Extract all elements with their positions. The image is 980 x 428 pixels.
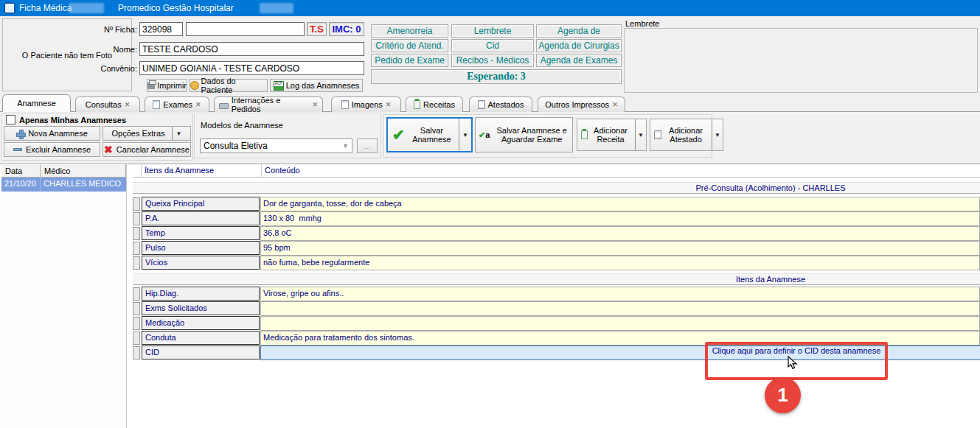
certificate-icon bbox=[654, 130, 661, 139]
anamnese-items-table: Ítens da Anamnese Conteúdo Pré-Consulta … bbox=[133, 164, 980, 428]
item-label: Conduta bbox=[142, 331, 260, 345]
item-label: P.A. bbox=[142, 211, 260, 225]
item-value[interactable]: não fuma, bebe regularmente bbox=[260, 256, 980, 270]
print-button[interactable]: Imprimir bbox=[147, 79, 187, 92]
quick-button-agenda-exames[interactable]: Agenda de Exames bbox=[536, 54, 622, 67]
item-value[interactable]: Dor de garganta, tosse, dor de cabeça bbox=[260, 197, 980, 211]
item-label: Pulso bbox=[142, 241, 260, 255]
reminder-label: Lembrete bbox=[625, 19, 659, 28]
item-value[interactable]: 36,8 oC bbox=[260, 226, 980, 241]
certificate-icon bbox=[478, 100, 485, 109]
row-indicator bbox=[133, 197, 140, 211]
record-number-input[interactable] bbox=[139, 22, 183, 36]
quick-button-amenorreia[interactable]: Amenorreia bbox=[371, 24, 448, 38]
row-indicator bbox=[133, 256, 140, 270]
tab-anamnese[interactable]: Anamnese bbox=[2, 94, 71, 112]
close-tab-icon[interactable]: ✕ bbox=[612, 101, 618, 108]
printer-icon bbox=[147, 83, 155, 89]
column-header-conteudo[interactable]: Conteúdo bbox=[262, 164, 980, 177]
item-label: Queixa Principal bbox=[142, 197, 260, 211]
close-tab-icon[interactable]: ✕ bbox=[312, 101, 318, 108]
name-input[interactable] bbox=[139, 42, 364, 56]
insurance-input[interactable] bbox=[139, 61, 364, 75]
save-anamnese-button[interactable]: ✔ Salvar Anamnese ▼ bbox=[386, 117, 473, 152]
add-prescription-button[interactable]: Adicionar Receita ▼ bbox=[577, 119, 647, 151]
quick-button-recibos-medicos[interactable]: Recibos - Médicos bbox=[451, 54, 534, 67]
tab-consultas[interactable]: Consultas ✕ bbox=[75, 97, 140, 112]
section-band-itens-anamnese: Itens da Anamnese bbox=[133, 273, 980, 285]
quick-button-agenda-cirurgias[interactable]: Agenda de Cirurgias bbox=[536, 39, 622, 52]
column-header-itens[interactable]: Ítens da Anamnese bbox=[142, 164, 262, 177]
tab-exames[interactable]: Exames ✕ bbox=[145, 97, 209, 112]
combo-arrow-icon[interactable]: ▼ bbox=[342, 142, 349, 150]
browse-models-button[interactable]: ... bbox=[357, 138, 378, 153]
item-label: Vícios bbox=[142, 256, 260, 270]
printer-tab-icon bbox=[219, 103, 229, 109]
redacted-text bbox=[260, 3, 293, 13]
tab-internacoes-pedidos[interactable]: Internações e Pedidos ✕ bbox=[214, 97, 323, 112]
only-mine-checkbox[interactable] bbox=[6, 115, 15, 124]
new-anamnese-button[interactable]: Nova Anamnese bbox=[4, 126, 100, 141]
close-tab-icon[interactable]: ✕ bbox=[195, 101, 201, 108]
reminder-panel bbox=[624, 28, 978, 93]
row-indicator bbox=[133, 331, 140, 345]
cursor-icon bbox=[788, 356, 799, 371]
step-badge: 1 bbox=[765, 377, 801, 413]
dropdown-arrow-icon[interactable]: ▼ bbox=[172, 127, 182, 140]
patient-data-button[interactable]: Dados do Paciente bbox=[190, 79, 268, 92]
column-header-medico[interactable]: Médico bbox=[41, 164, 126, 178]
anamnese-list-row-selected[interactable]: 21/10/20 CHARLLES MEDICO bbox=[1, 178, 126, 192]
quick-button-lembrete[interactable]: Lembrete bbox=[451, 24, 534, 38]
cancel-anamnese-button[interactable]: ✖ Cancelar Anamnese bbox=[102, 142, 191, 157]
quick-button-cid[interactable]: Cid bbox=[451, 39, 534, 52]
log-anamneses-button[interactable]: ACT Log das Anamneses bbox=[270, 79, 363, 92]
item-value[interactable]: 95 bpm bbox=[260, 241, 980, 256]
record-extra-input[interactable] bbox=[186, 22, 305, 36]
row-indicator bbox=[133, 212, 140, 225]
cancel-x-icon: ✖ bbox=[104, 145, 113, 154]
models-group-label: Modelos de Anamnese bbox=[201, 121, 283, 130]
add-certificate-button[interactable]: Adicionar Atestado ▼ bbox=[650, 119, 723, 151]
quick-button-criterio-atend[interactable]: Critério de Atend. bbox=[371, 39, 448, 52]
model-combobox[interactable]: Consulta Eletiva ▼ bbox=[200, 138, 352, 153]
table-row: Medicação bbox=[133, 316, 980, 331]
document-icon bbox=[341, 100, 349, 109]
close-tab-icon[interactable]: ✕ bbox=[386, 101, 392, 108]
extras-button[interactable]: Opções Extras ▼ bbox=[102, 126, 191, 141]
delete-anamnese-icon bbox=[13, 148, 22, 151]
delete-anamnese-button[interactable]: Excluir Anamnese bbox=[4, 142, 100, 157]
quick-button-pedido-exame[interactable]: Pedido de Exame bbox=[371, 54, 448, 67]
table-row: Hip.Diag. Virose, gripe ou afins.. bbox=[133, 287, 980, 301]
only-mine-label: Apenas Minhas Anamneses bbox=[19, 116, 126, 124]
item-value[interactable] bbox=[260, 316, 980, 331]
save-and-wait-exam-button[interactable]: ✔a Salvar Anamnese e Aguardar Exame bbox=[475, 117, 573, 152]
table-row: Queixa Principal Dor de garganta, tosse,… bbox=[133, 197, 980, 211]
table-row: Temp 36,8 oC bbox=[133, 226, 980, 241]
tab-receitas[interactable]: Receitas bbox=[406, 97, 463, 112]
patient-data-icon bbox=[190, 81, 199, 90]
close-tab-icon[interactable]: ✕ bbox=[125, 101, 131, 108]
dropdown-arrow-icon[interactable]: ▼ bbox=[459, 119, 471, 151]
window-app-label: Ficha Médica bbox=[19, 0, 72, 16]
insurance-label: Convênio: bbox=[87, 64, 137, 73]
item-value[interactable] bbox=[260, 301, 980, 316]
imc-badge[interactable]: IMC: 0 bbox=[329, 22, 364, 36]
tab-imagens[interactable]: Imagens ✕ bbox=[331, 97, 401, 112]
tab-outros-impressos[interactable]: Outros Impressos ✕ bbox=[538, 97, 625, 112]
item-value[interactable]: Virose, gripe ou afins.. bbox=[260, 287, 980, 301]
item-value[interactable]: 130 x 80 mmhg bbox=[260, 211, 980, 226]
document-icon bbox=[153, 100, 160, 109]
quick-button-agenda-consultas[interactable]: Agenda de Consultas bbox=[536, 24, 622, 38]
cid-callout-text[interactable]: Clique aqui para definir o CID desta ana… bbox=[708, 346, 885, 355]
main-content: Data Médico 21/10/20 CHARLLES MEDICO Íte… bbox=[0, 164, 980, 428]
dropdown-arrow-icon[interactable]: ▼ bbox=[635, 119, 646, 150]
dropdown-arrow-icon[interactable]: ▼ bbox=[712, 119, 723, 150]
row-indicator bbox=[133, 317, 140, 330]
anamnese-list: Data Médico 21/10/20 CHARLLES MEDICO bbox=[1, 164, 127, 428]
app-icon bbox=[4, 2, 15, 14]
tab-atestados[interactable]: Atestados bbox=[469, 97, 532, 112]
item-label: Hip.Diag. bbox=[142, 287, 260, 301]
ts-badge[interactable]: T.S bbox=[307, 22, 327, 36]
column-header-data[interactable]: Data bbox=[1, 164, 41, 178]
item-label: Medicação bbox=[142, 316, 260, 330]
